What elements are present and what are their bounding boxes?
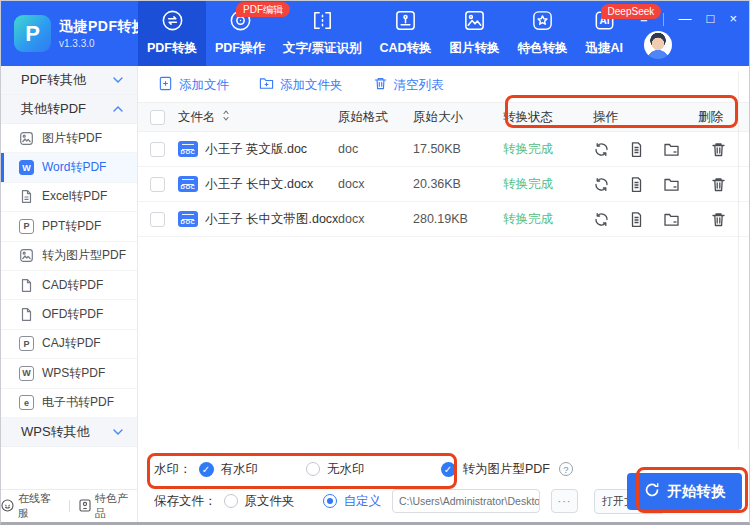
user-avatar[interactable] [644, 31, 672, 59]
nav-tab-cad-convert[interactable]: CAD转换 [370, 1, 440, 66]
file-size: 20.36KB [413, 177, 503, 191]
select-all-checkbox[interactable] [150, 110, 165, 125]
to-image-pdf-label[interactable]: 转为图片型PDF [463, 461, 551, 478]
sidebar-group-pdf-to-other[interactable]: PDF转其他 [1, 66, 137, 95]
sidebar: PDF转其他 其他转PDF 图片转PDF W Word转PDF Excel转PD… [1, 66, 138, 522]
sidebar-group-other-to-pdf[interactable]: 其他转PDF [1, 95, 137, 124]
open-folder-icon[interactable] [663, 176, 680, 193]
star-feature-icon [530, 8, 555, 33]
sidebar-item-label: 转为图片型PDF [42, 247, 126, 264]
browse-button[interactable]: ··· [551, 489, 578, 513]
group-label: WPS转其他 [21, 423, 90, 441]
status-label: 转换完成 [503, 141, 593, 158]
sidebar-item-excel-to-pdf[interactable]: Excel转PDF [1, 183, 137, 212]
start-convert-button[interactable]: 开始转换 [627, 473, 742, 510]
sidebar-item-label: 图片转PDF [42, 130, 102, 147]
deepseek-badge: DeepSeek [601, 4, 662, 19]
nav-tab-image-convert[interactable]: 图片转换 [441, 1, 509, 66]
scrollbar-track[interactable] [738, 71, 739, 449]
column-delete: 删除 [698, 109, 738, 126]
open-file-icon[interactable] [628, 211, 645, 228]
app-window: P 迅捷PDF转换器 v1.3.3.0 PDF转换 PDF编辑 PDF操作 [0, 0, 750, 525]
sidebar-item-ppt-to-pdf[interactable]: P PPT转PDF [1, 212, 137, 241]
with-watermark-radio-checked[interactable] [199, 462, 214, 477]
status-label: 转换完成 [503, 176, 593, 193]
nav-tab-pdf-convert[interactable]: PDF转换 [138, 1, 206, 66]
delete-row-icon[interactable] [710, 176, 727, 193]
help-icon[interactable]: ? [559, 462, 573, 476]
open-file-icon[interactable] [628, 141, 645, 158]
online-support-link[interactable]: 在线客服 [1, 491, 60, 521]
without-watermark-label[interactable]: 无水印 [327, 461, 365, 478]
with-watermark-label[interactable]: 有水印 [221, 461, 259, 478]
content-area: PDF转其他 其他转PDF 图片转PDF W Word转PDF Excel转PD… [1, 66, 749, 522]
reconvert-icon[interactable] [593, 211, 610, 228]
save-path-input[interactable]: C:\Users\Administrator\Desktop [392, 489, 540, 513]
sidebar-group-wps-to-other[interactable]: WPS转其他 [1, 418, 137, 447]
custom-folder-radio-selected[interactable] [323, 494, 337, 508]
file-toolbar: 添加文件 添加文件夹 清空列表 [138, 66, 749, 102]
reconvert-icon[interactable] [593, 141, 610, 158]
column-action: 操作 [593, 109, 698, 126]
save-file-label: 保存文件： [154, 493, 217, 510]
delete-row-icon[interactable] [710, 211, 727, 228]
file-name: 小王子 英文版.doc [205, 141, 307, 158]
chevron-down-icon [113, 77, 123, 83]
clear-list-button[interactable]: 清空列表 [373, 76, 444, 94]
minimize-icon[interactable]: — [679, 12, 692, 26]
badge-icon [79, 499, 91, 514]
page-file-icon [19, 307, 34, 322]
add-folder-button[interactable]: 添加文件夹 [259, 76, 343, 94]
convert-spinner-icon [644, 482, 660, 501]
sidebar-item-ofd-to-pdf[interactable]: OFD转PDF [1, 300, 137, 329]
column-size: 原始大小 [413, 109, 503, 126]
doc-file-icon: DOC [178, 176, 198, 192]
nav-tab-pdf-operate[interactable]: PDF编辑 PDF操作 [206, 1, 274, 66]
image-convert-icon [462, 8, 487, 33]
sidebar-item-wps-to-pdf[interactable]: W WPS转PDF [1, 359, 137, 388]
sidebar-item-ebook-to-pdf[interactable]: e 电子书转PDF [1, 389, 137, 418]
headset-icon [1, 499, 14, 514]
app-logo-icon: P [14, 15, 51, 52]
table-row: DOC 小王子 长中文带图.docx docx 280.19KB 转换完成 [138, 202, 749, 237]
file-name: 小王子 长中文.docx [205, 176, 313, 193]
sidebar-item-cad-to-pdf[interactable]: CAD转PDF [1, 271, 137, 300]
maximize-icon[interactable]: □ [707, 12, 715, 26]
doc-file-icon: DOC [178, 141, 198, 157]
featured-products-link[interactable]: 特色产品 [79, 491, 137, 521]
sidebar-item-to-image-pdf[interactable]: 转为图片型PDF [1, 242, 137, 271]
empty-list-area [138, 237, 749, 452]
reconvert-icon[interactable] [593, 176, 610, 193]
wps-file-icon: W [19, 366, 34, 381]
nav-tab-xunjie-ai[interactable]: DeepSeek Ai 迅捷AI [577, 1, 633, 66]
doc-file-icon: DOC [178, 211, 198, 227]
nav-tab-feature-convert[interactable]: 特色转换 [509, 1, 577, 66]
to-image-pdf-checkbox-checked[interactable] [441, 462, 456, 477]
sidebar-item-image-to-pdf[interactable]: 图片转PDF [1, 124, 137, 153]
sidebar-item-caj-to-pdf[interactable]: P CAJ转PDF [1, 330, 137, 359]
trash-icon [373, 76, 388, 94]
row-checkbox[interactable] [150, 142, 165, 157]
open-file-icon[interactable] [628, 176, 645, 193]
add-file-button[interactable]: 添加文件 [158, 76, 229, 94]
word-file-icon: W [19, 160, 34, 175]
sort-icon[interactable] [222, 110, 230, 124]
column-status: 转换状态 [503, 109, 593, 126]
pdf-convert-icon [160, 8, 185, 33]
nav-tab-label: 图片转换 [450, 40, 500, 57]
sidebar-item-word-to-pdf[interactable]: W Word转PDF [1, 153, 137, 182]
delete-row-icon[interactable] [710, 141, 727, 158]
without-watermark-radio[interactable] [306, 462, 320, 476]
custom-folder-label[interactable]: 自定义 [344, 493, 382, 510]
original-folder-radio[interactable] [224, 494, 238, 508]
original-folder-label[interactable]: 原文件夹 [245, 493, 295, 510]
row-checkbox[interactable] [150, 177, 165, 192]
open-folder-icon[interactable] [663, 141, 680, 158]
excel-file-icon [19, 189, 34, 204]
row-checkbox[interactable] [150, 212, 165, 227]
footer-divider [69, 500, 70, 512]
close-icon[interactable]: × [729, 12, 737, 26]
open-folder-icon[interactable] [663, 211, 680, 228]
ticket-ocr-icon [310, 8, 335, 33]
sidebar-footer: 在线客服 特色产品 [1, 489, 137, 522]
